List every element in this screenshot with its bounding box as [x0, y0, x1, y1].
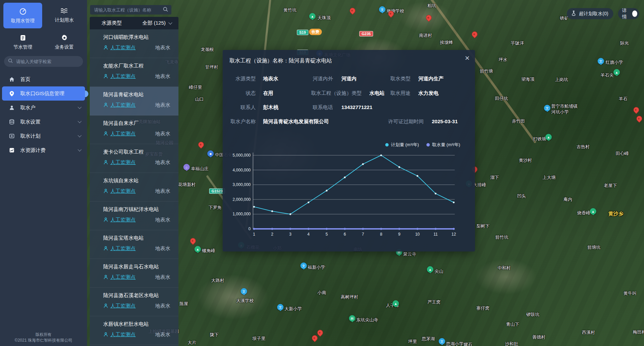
sidebar-item-label: 取水设置 [20, 119, 40, 125]
module-wave[interactable]: 计划用水 [44, 2, 85, 28]
data-point[interactable] [308, 202, 309, 203]
data-point[interactable] [271, 210, 273, 212]
map-place-label: 庵内 [563, 196, 572, 203]
map-school-pin-icon[interactable]: 文 [301, 263, 307, 269]
data-point[interactable] [253, 228, 255, 230]
data-point[interactable] [344, 228, 346, 230]
map-temple-pin-icon[interactable]: 林 [349, 315, 356, 322]
station-list-item[interactable]: 陆河县水唇走马石水电站人工监测点地表水 [90, 259, 178, 288]
map-mount-pin-icon[interactable]: ▲ [614, 69, 620, 76]
intake-chart[interactable]: 01,000,0002,000,0003,000,0004,000,0005,0… [223, 50, 475, 251]
source-type-filter[interactable]: 全部 (125) [142, 20, 172, 26]
module-doc[interactable]: 节水管理 [2, 29, 44, 55]
map-mount-pin-icon[interactable]: ▲ [545, 134, 552, 140]
map-school-pin-icon[interactable]: 文 [241, 288, 247, 295]
data-point[interactable] [344, 177, 345, 178]
monitor-type-link[interactable]: 人工监测点 [103, 45, 136, 51]
monitor-type-link[interactable]: 人工监测点 [103, 159, 136, 166]
monitor-type-link[interactable]: 人工监测点 [103, 303, 136, 309]
map-school-pin-icon[interactable]: 文 [598, 58, 604, 64]
sidebar-item-db[interactable]: 取水设置 [0, 115, 87, 129]
data-point[interactable] [435, 193, 437, 194]
y-tick-label: 4,000,000 [233, 168, 251, 172]
intake-marker-icon[interactable] [348, 6, 357, 15]
map-place-label: 坪里 [408, 339, 417, 345]
data-point[interactable] [453, 202, 454, 203]
intake-marker-icon[interactable] [311, 334, 319, 342]
map-gas-pin-icon[interactable]: ■ [207, 151, 214, 157]
monitor-type-link[interactable]: 人工监测点 [103, 188, 136, 194]
sidebar-item-home[interactable]: 首页 [0, 72, 87, 86]
data-point[interactable] [253, 206, 255, 208]
data-point[interactable] [307, 228, 309, 230]
data-point[interactable] [453, 228, 455, 230]
data-point[interactable] [362, 228, 364, 230]
map-school-pin-icon[interactable]: 文 [379, 6, 386, 13]
data-point[interactable] [289, 213, 291, 215]
data-point[interactable] [380, 154, 382, 156]
data-point[interactable] [398, 228, 400, 230]
detail-toggle[interactable]: 详情 [618, 8, 639, 19]
data-point[interactable] [398, 166, 400, 168]
module-gear[interactable]: 业务设置 [44, 29, 85, 55]
filter-selected-value: 全部 (125) [142, 20, 166, 26]
legend-item[interactable]: 取水量 (m³/年) [426, 142, 460, 148]
intake-marker-icon[interactable] [316, 328, 324, 337]
map-school-pin-icon[interactable]: 文 [439, 338, 445, 345]
map-mount-pin-icon[interactable]: ▲ [393, 300, 399, 307]
intake-marker-icon[interactable] [425, 14, 433, 22]
station-list-item[interactable]: 麦卡公司取水工程人工监测点地表水 [90, 144, 178, 173]
station-search-input[interactable] [93, 7, 163, 13]
map-mount-pin-icon[interactable]: ▲ [195, 246, 201, 252]
station-list-item[interactable]: 东坑镇自来水站人工监测点地表水 [90, 173, 178, 202]
intake-marker-icon[interactable] [197, 140, 205, 149]
data-point[interactable] [362, 163, 364, 165]
intake-marker-icon[interactable] [635, 114, 643, 123]
monitor-type-link[interactable]: 人工监测点 [103, 73, 136, 80]
station-list-item[interactable]: 陆河县青碇水电站人工监测点地表水 [90, 87, 178, 115]
data-point[interactable] [271, 228, 273, 230]
map-mount-pin-icon[interactable]: ▲ [427, 266, 433, 273]
toggle-knob[interactable] [632, 10, 637, 17]
station-list-item[interactable]: 陆河县南万镇杞洋水电站人工监测点地表水 [90, 202, 178, 230]
sidebar-search[interactable] [4, 56, 83, 67]
map-mount-pin-icon[interactable]: ▲ [590, 208, 596, 215]
map-school-pin-icon[interactable]: 文 [544, 105, 551, 111]
data-point[interactable] [380, 228, 382, 230]
sidebar-item-billing[interactable]: 水资源计费 [0, 143, 87, 157]
data-point[interactable] [435, 228, 437, 230]
monitor-type-link[interactable]: 人工监测点 [103, 217, 136, 223]
map-school-pin-icon[interactable]: 文 [277, 304, 284, 311]
intake-marker-icon[interactable] [632, 106, 640, 114]
intake-marker-icon[interactable] [471, 30, 479, 38]
sidebar-item-user[interactable]: 取水户 [0, 101, 87, 115]
station-list-item[interactable]: 陆河县激石溪老区水电站人工监测点地表水 [90, 288, 178, 316]
station-search[interactable] [90, 5, 171, 15]
sidebar-search-input[interactable] [16, 59, 74, 64]
station-list-item[interactable]: 水唇镇水栏肚水电站人工监测点地表水 [90, 316, 178, 345]
monitor-type-link[interactable]: 人工监测点 [103, 131, 136, 137]
sidebar-item-pin[interactable]: 取水口GIS信息管理 [2, 86, 85, 101]
map-villa-pin-icon[interactable]: ⌂ [184, 164, 190, 170]
monitor-type-link[interactable]: 人工监测点 [103, 102, 136, 108]
map-place-label: 老屋下 [604, 183, 617, 189]
station-list-item[interactable]: 河口镇唱歌潭水电站人工监测点地表水 [90, 29, 178, 58]
monitor-type-link[interactable]: 人工监测点 [103, 274, 136, 281]
data-point[interactable] [416, 228, 418, 230]
data-point[interactable] [289, 228, 291, 230]
data-point[interactable] [326, 228, 328, 230]
legend-item[interactable]: 计划量 (m³/年) [385, 142, 419, 148]
station-list-item[interactable]: 陆河县自来水厂人工监测点地表水 [90, 115, 178, 144]
monitor-type-link[interactable]: 人工监测点 [103, 245, 136, 252]
map-mount-pin-icon[interactable]: ▲ [309, 13, 316, 20]
station-list-item[interactable]: 陆河县宝塔水电站人工监测点地表水 [90, 230, 178, 259]
sidebar-item-plan[interactable]: 取水计划 [0, 129, 87, 143]
over-plan-intake-button[interactable]: 超计划取水(0) [567, 8, 613, 19]
data-point[interactable] [417, 175, 418, 177]
data-point[interactable] [326, 190, 328, 191]
module-meter[interactable]: 取用水管理 [3, 3, 42, 28]
intake-marker-icon[interactable] [189, 237, 197, 245]
search-icon[interactable] [163, 7, 168, 13]
monitor-type-link[interactable]: 人工监测点 [103, 331, 136, 338]
station-list-item[interactable]: 友能水厂取水工程人工监测点地表水 [90, 58, 178, 87]
